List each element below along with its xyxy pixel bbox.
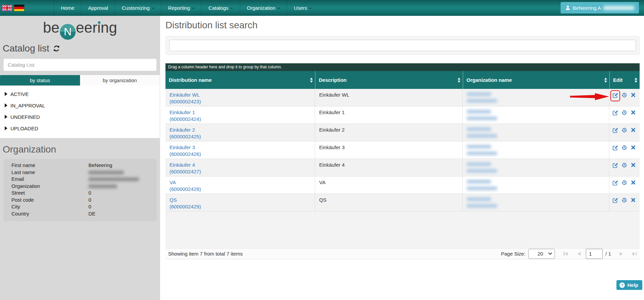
organization-heading: Organization	[3, 144, 160, 155]
tree-item[interactable]: UPLOADED	[0, 123, 160, 134]
tree-item[interactable]: IN_APPROVAL	[0, 100, 160, 111]
field-label: Street	[3, 190, 25, 196]
catalog-search-input[interactable]	[3, 59, 157, 71]
description-text: VA	[319, 179, 326, 185]
edit-icon[interactable]	[612, 162, 618, 168]
edit-icon[interactable]	[612, 180, 618, 186]
redacted-org-name	[467, 99, 497, 103]
delete-icon[interactable]	[631, 162, 636, 168]
organization-name-cell	[463, 159, 609, 176]
next-page-button[interactable]	[620, 252, 622, 256]
menu-item-label: Customizing	[122, 5, 150, 11]
edit-icon[interactable]	[612, 110, 618, 115]
delete-icon[interactable]	[631, 145, 636, 150]
user-account-button[interactable]: BeNeering A	[561, 2, 639, 13]
menu-item-label: Catalogs	[209, 5, 228, 11]
history-icon[interactable]	[621, 180, 627, 186]
delete-icon[interactable]	[631, 110, 636, 115]
edit-icon[interactable]	[612, 145, 618, 151]
distribution-name-cell: Einkäufer 4 (6000002427)	[165, 159, 315, 176]
distribution-id-link[interactable]: (6000002424)	[169, 116, 311, 123]
distribution-id-link[interactable]: (6000002427)	[169, 168, 311, 175]
last-page-button[interactable]	[633, 252, 637, 256]
first-page-button[interactable]	[564, 252, 568, 256]
redacted-org-name	[467, 134, 497, 138]
uk-flag-icon[interactable]	[2, 5, 12, 11]
delete-icon[interactable]	[631, 127, 636, 133]
distribution-name-link[interactable]: Einkäufer 2	[169, 127, 311, 133]
history-icon[interactable]	[621, 162, 627, 168]
expand-arrow-icon	[5, 126, 7, 130]
column-header[interactable]: Description	[315, 71, 463, 89]
menu-item[interactable]: Reporting	[161, 0, 201, 16]
menu-item[interactable]: Customizing	[115, 0, 161, 16]
distribution-name-link[interactable]: VA	[169, 179, 311, 186]
sort-icon[interactable]	[604, 77, 607, 82]
logo-n-circle: N	[60, 24, 76, 40]
distribution-name-link[interactable]: Einkäufer 1	[169, 109, 311, 116]
edit-cell	[609, 194, 640, 211]
column-header-label: Organization name	[466, 77, 512, 83]
help-button[interactable]: ? Help	[616, 280, 642, 290]
page-title: Distribution list search	[165, 20, 644, 31]
distribution-name-link[interactable]: QS	[169, 197, 311, 203]
distribution-id-link[interactable]: (6000002426)	[169, 151, 311, 158]
history-icon[interactable]	[621, 92, 627, 98]
history-icon[interactable]	[621, 145, 627, 151]
history-icon[interactable]	[621, 197, 627, 203]
catalog-tabs: by status by organization	[0, 75, 160, 86]
menu-item[interactable]: Approval	[81, 0, 115, 16]
edit-icon[interactable]	[612, 127, 618, 133]
field-label: Organization	[3, 183, 40, 189]
sort-icon[interactable]	[635, 77, 637, 82]
chevron-down-icon	[277, 8, 280, 9]
delete-icon[interactable]	[631, 197, 636, 203]
tree-item[interactable]: UNDEFINED	[0, 111, 160, 123]
distribution-name-cell: Einkäufer 3 (6000002426)	[165, 141, 315, 159]
column-header[interactable]: Edit	[609, 71, 640, 89]
menu-item[interactable]: Users	[287, 0, 318, 16]
distribution-search-input[interactable]	[169, 40, 636, 51]
tab-by-status[interactable]: by status	[0, 75, 80, 86]
menu-item[interactable]: Home	[54, 0, 81, 16]
column-header[interactable]: Distribution name	[165, 71, 315, 89]
german-flag-icon[interactable]	[14, 5, 24, 11]
page-size-select[interactable]: 20	[528, 249, 555, 259]
edit-icon[interactable]	[612, 197, 618, 203]
grid-footer: Showing item 7 from total 7 items Page S…	[165, 248, 640, 259]
distribution-id-link[interactable]: (6000002428)	[169, 186, 311, 193]
menu-item[interactable]: Organization	[240, 0, 287, 16]
distribution-id-link[interactable]: (6000002423)	[169, 98, 311, 105]
search-panel	[165, 36, 640, 55]
sort-icon[interactable]	[458, 77, 460, 82]
group-drag-hint[interactable]: Drag a column header here and drop it to…	[165, 63, 640, 71]
organization-panel: First name BeNeering Last name Email Org…	[3, 159, 157, 221]
field-label: Email	[3, 176, 24, 182]
organization-name-cell	[463, 176, 609, 194]
distribution-name-link[interactable]: Einkäufer 4	[169, 162, 311, 168]
column-header[interactable]: Organization name	[463, 71, 609, 89]
expand-arrow-icon	[5, 103, 7, 107]
distribution-name-link[interactable]: Einkäufer WL	[169, 92, 311, 98]
prev-page-button[interactable]	[578, 252, 580, 256]
organization-field: Post code 0	[3, 197, 157, 204]
field-label: First name	[3, 162, 35, 168]
tree-item[interactable]: ACTIVE	[0, 88, 160, 100]
page-number-input[interactable]	[586, 249, 603, 259]
distribution-id-link[interactable]: (6000002429)	[169, 203, 311, 210]
description-text: Einkäufer 3	[319, 144, 345, 150]
sort-icon[interactable]	[310, 77, 313, 82]
history-icon[interactable]	[621, 110, 627, 115]
tab-by-organization[interactable]: by organization	[80, 75, 160, 86]
edit-cell	[609, 106, 640, 124]
chevron-down-icon	[309, 8, 312, 9]
distribution-id-link[interactable]: (6000002425)	[169, 133, 311, 140]
history-icon[interactable]	[621, 127, 627, 133]
refresh-icon[interactable]	[53, 45, 60, 52]
delete-icon[interactable]	[631, 92, 636, 98]
organization-name-cell	[463, 194, 609, 211]
distribution-name-link[interactable]: Einkäufer 3	[169, 144, 311, 151]
delete-icon[interactable]	[631, 180, 636, 185]
menu-item[interactable]: Catalogs	[201, 0, 240, 16]
field-label: City	[3, 204, 20, 209]
